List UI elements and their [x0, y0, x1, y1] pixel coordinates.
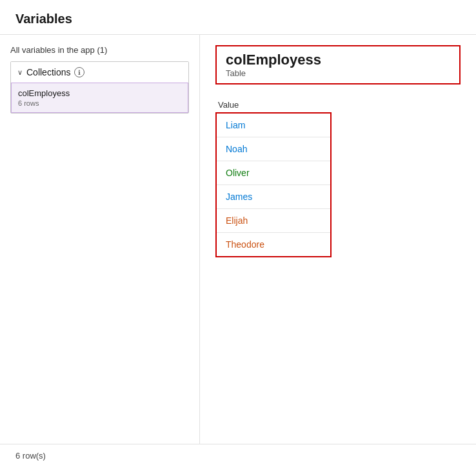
value-table: LiamNoahOliverJamesElijahTheodore [215, 112, 332, 257]
footer-label: 6 row(s) [15, 451, 46, 461]
chevron-down-icon: ∨ [17, 68, 23, 77]
collections-label: Collections [26, 67, 70, 77]
right-panel: colEmployess Table Value LiamNoahOliverJ… [200, 35, 476, 444]
table-row: Theodore [217, 233, 330, 256]
all-variables-label: All variables in the app (1) [10, 45, 189, 55]
header: Variables [0, 0, 476, 35]
table-row: James [217, 185, 330, 209]
table-row: Liam [217, 114, 330, 137]
value-section: Value LiamNoahOliverJamesElijahTheodore [215, 100, 461, 257]
collections-header[interactable]: ∨ Collections ℹ [11, 62, 188, 83]
collection-item-rows: 6 rows [18, 99, 181, 107]
value-header: Value [215, 100, 461, 110]
page-container: Variables All variables in the app (1) ∨… [0, 0, 476, 467]
collection-type: Table [226, 68, 450, 78]
table-row: Oliver [217, 161, 330, 185]
left-panel: All variables in the app (1) ∨ Collectio… [0, 35, 200, 444]
page-title: Variables [15, 12, 72, 26]
table-row: Noah [217, 137, 330, 161]
collection-item-name: colEmployess [18, 88, 181, 98]
collection-title: colEmployess [226, 52, 450, 68]
collection-title-box: colEmployess Table [215, 45, 461, 84]
collections-group: ∨ Collections ℹ colEmployess 6 rows [10, 61, 189, 114]
collection-item[interactable]: colEmployess 6 rows [11, 83, 188, 113]
main-content: All variables in the app (1) ∨ Collectio… [0, 35, 476, 444]
info-icon[interactable]: ℹ [74, 67, 84, 77]
table-row: Elijah [217, 209, 330, 233]
footer: 6 row(s) [0, 444, 476, 467]
